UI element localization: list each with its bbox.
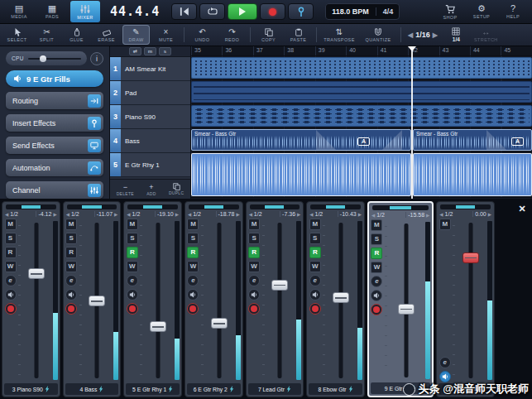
pan-value[interactable]: 1/2	[445, 211, 453, 217]
mute-tool-button[interactable]: × MUTE	[152, 25, 180, 45]
fader-handle[interactable]	[211, 318, 228, 329]
track-row-1[interactable]: 1 AM Smear Kit	[110, 57, 190, 81]
pan-right-icon[interactable]: ▶	[236, 212, 239, 217]
fader-handle[interactable]	[28, 268, 45, 279]
record-button[interactable]	[260, 3, 285, 20]
monitor-button[interactable]	[309, 289, 321, 300]
solo-button[interactable]: S	[309, 233, 321, 244]
pan-left-icon[interactable]: ◀	[66, 212, 69, 217]
pan-value[interactable]: 1/2	[10, 211, 18, 217]
quantize-button[interactable]: QUANTIZE	[360, 25, 396, 45]
send-effects-button[interactable]: Send Effects	[6, 137, 103, 154]
edit-channel-button[interactable]: e	[371, 276, 382, 287]
audio-clip-bass-left[interactable]: Smear - Bass Gtr A	[191, 129, 411, 151]
write-automation-button[interactable]: W	[371, 262, 382, 273]
mute-button[interactable]: M	[187, 219, 199, 230]
track-row-4[interactable]: 4 Bass	[110, 129, 190, 153]
pan-left-icon[interactable]: ◀	[5, 212, 8, 217]
mute-button[interactable]: M	[439, 219, 451, 230]
record-arm-button[interactable]	[187, 303, 199, 315]
mixer-button[interactable]: MIXER	[70, 1, 100, 22]
automation-badge[interactable]: A	[511, 137, 524, 146]
loop-button[interactable]	[199, 3, 225, 20]
mute-button[interactable]: M	[248, 219, 260, 230]
record-arm-button[interactable]	[5, 303, 17, 315]
mute-button[interactable]: M	[127, 219, 138, 230]
tempo-display[interactable]: 118.0 BPM 4/4	[325, 3, 400, 20]
monitor-button[interactable]	[65, 289, 77, 300]
volume-fader[interactable]	[140, 220, 173, 381]
fader-handle[interactable]	[89, 296, 105, 306]
edit-channel-button[interactable]: e	[187, 275, 199, 286]
pan-value[interactable]: 1/2	[193, 211, 201, 217]
media-button[interactable]: ▤ MEDIA	[4, 1, 34, 22]
timeline-ruler[interactable]: 35 36 37 38 39 40 41 42 43 44 45 46	[191, 46, 532, 56]
audio-clip-guitar-left[interactable]	[191, 153, 411, 196]
select-tool-button[interactable]: SELECT	[3, 25, 31, 45]
volume-fader[interactable]	[323, 220, 356, 381]
solo-button[interactable]: S	[371, 233, 382, 245]
pan-right-icon[interactable]: ▶	[53, 212, 56, 217]
pan-left-icon[interactable]: ◀	[309, 212, 313, 217]
delete-track-button[interactable]: − DELETE	[117, 183, 134, 196]
write-automation-button[interactable]: W	[187, 261, 199, 272]
read-automation-button[interactable]: R	[127, 247, 138, 258]
solo-button[interactable]: S	[248, 233, 260, 244]
mute-button[interactable]: M	[5, 219, 17, 230]
solo-all-button[interactable]: s	[159, 47, 171, 55]
record-arm-button[interactable]	[371, 304, 382, 315]
transpose-button[interactable]: ⇅ TRANSPOSE	[321, 25, 357, 45]
read-automation-button[interactable]: R	[65, 247, 77, 258]
read-automation-button[interactable]: R	[309, 247, 321, 258]
grid-decrease-icon[interactable]: ◀	[408, 31, 413, 39]
strip-name[interactable]: 3 Piano S90	[4, 383, 58, 395]
record-arm-button[interactable]	[65, 303, 77, 315]
pan-value[interactable]: 1/2	[376, 212, 385, 218]
pan-value[interactable]: 1/2	[254, 211, 262, 217]
split-tool-button[interactable]: ✂ SPLIT	[33, 25, 60, 45]
master-volume-fader[interactable]	[453, 220, 486, 381]
edit-channel-button[interactable]: e	[439, 357, 451, 368]
mute-button[interactable]: M	[309, 219, 321, 230]
channel-button[interactable]: Channel	[6, 181, 103, 199]
solo-button[interactable]: S	[187, 233, 199, 244]
fader-handle[interactable]	[333, 292, 349, 303]
mixer-close-button[interactable]: ✕	[515, 202, 529, 215]
master-fader-handle[interactable]	[463, 252, 479, 263]
duplicate-track-button[interactable]: DUPLC	[169, 183, 184, 195]
pan-right-icon[interactable]: ▶	[114, 212, 117, 217]
write-automation-button[interactable]: W	[65, 261, 77, 272]
edit-channel-button[interactable]: e	[248, 275, 260, 286]
info-button[interactable]: i	[90, 52, 103, 65]
strip-name[interactable]: 5 E Gtr Rhy 1	[126, 383, 180, 395]
strip-name[interactable]: 7 Lead Gtr	[248, 383, 302, 395]
solo-button[interactable]: S	[65, 233, 77, 244]
pan-right-icon[interactable]: ▶	[358, 212, 362, 217]
stretch-tool-button[interactable]: ↔ STRETCH	[472, 25, 500, 45]
erase-tool-button[interactable]: ERASE	[93, 25, 120, 45]
volume-fader[interactable]	[201, 220, 234, 381]
mute-button[interactable]: M	[371, 219, 382, 231]
pan-right-icon[interactable]: ▶	[426, 213, 429, 218]
monitor-button[interactable]	[439, 371, 451, 382]
read-automation-button[interactable]: R	[248, 247, 260, 258]
read-automation-button[interactable]: R	[5, 247, 17, 258]
draw-tool-button[interactable]: ✎ DRAW	[122, 25, 150, 45]
edit-channel-button[interactable]: e	[309, 275, 321, 286]
automation-button[interactable]: Automation	[6, 159, 103, 176]
pan-value[interactable]: 1/2	[315, 211, 324, 217]
pan-right-icon[interactable]: ▶	[297, 212, 300, 217]
pan-value[interactable]: 1/2	[71, 211, 79, 217]
record-arm-button[interactable]	[309, 303, 321, 315]
time-position-display[interactable]: 44.4.4	[110, 4, 160, 19]
monitor-button[interactable]	[371, 290, 382, 301]
pads-button[interactable]: ▦ PADS	[37, 1, 67, 22]
pan-left-icon[interactable]: ◀	[439, 212, 443, 217]
edit-channel-button[interactable]: e	[65, 275, 77, 286]
monitor-button[interactable]	[187, 289, 199, 300]
record-arm-button[interactable]	[248, 303, 260, 315]
mute-button[interactable]: M	[65, 219, 77, 230]
strip-name[interactable]: 8 Ebow Gtr	[309, 383, 362, 395]
track-row-5[interactable]: 5 E Gtr Rhy 1	[110, 153, 190, 177]
monitor-button[interactable]	[127, 289, 138, 300]
